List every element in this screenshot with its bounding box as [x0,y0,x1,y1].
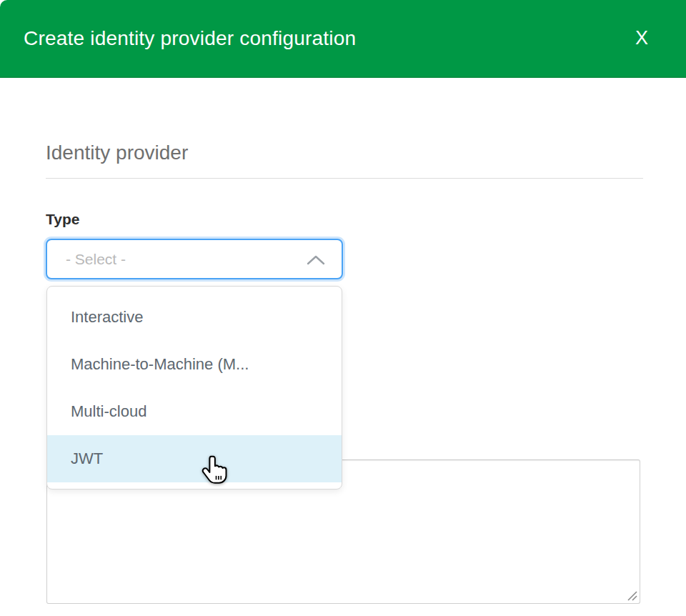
type-select-dropdown: Interactive Machine-to-Machine (M... Mul… [46,286,342,490]
type-select[interactable]: - Select - [46,239,343,279]
chevron-up-icon [307,255,325,265]
dropdown-option[interactable]: Interactive [47,294,342,341]
close-button[interactable]: X [626,0,657,76]
type-field-label: Type [46,211,79,228]
dropdown-option[interactable]: Multi-cloud [47,388,342,435]
close-icon: X [635,27,648,49]
modal-title: Create identity provider configuration [24,0,356,76]
type-select-placeholder: - Select - [66,251,342,268]
modal-header: Create identity provider configuration X [0,0,686,78]
section-divider [46,178,643,179]
section-heading: Identity provider [46,141,188,164]
dropdown-option[interactable]: Machine-to-Machine (M... [47,341,342,388]
dropdown-option[interactable]: JWT [47,435,342,482]
